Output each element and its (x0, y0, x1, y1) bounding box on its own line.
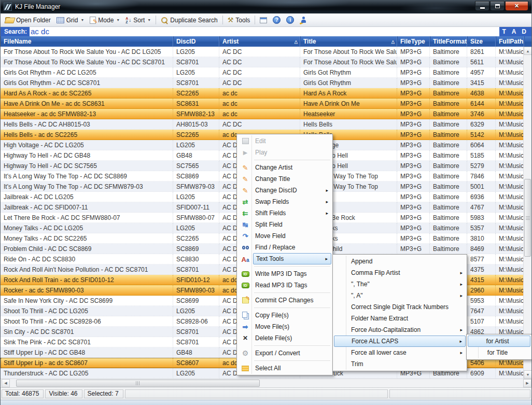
scroll-up-button[interactable]: ▲ (524, 47, 532, 55)
column-header-discid[interactable]: DiscID (173, 36, 219, 47)
maximize-button[interactable] (490, 1, 505, 11)
toolbar-button-grid[interactable]: Grid▼ (54, 16, 87, 25)
column-header-artist[interactable]: Artist△ (219, 36, 300, 47)
cell-filename: Sin City - AC DC SC8701 (1, 327, 173, 337)
horizontal-scrollbar-thumb[interactable] (16, 380, 260, 387)
menu-item-correct-single-digit-track-numbers[interactable]: Correct Single Digit Track Numbers (334, 301, 466, 313)
toolbar-button-help-icon[interactable]: ? (270, 15, 283, 25)
cell-fullpath: M:\Music (496, 130, 524, 140)
menu-item-move-field[interactable]: ↷Move Field (238, 230, 331, 242)
search-input[interactable]: ac dc (30, 27, 531, 36)
cell-discid: LG205 (173, 306, 219, 316)
toolbar-button-open-folder[interactable]: Open Folder (3, 16, 53, 25)
menu-item-find-replace[interactable]: Find / Replace (238, 242, 331, 253)
cell-filename: Hells Bells - ac dc SC2265 (1, 130, 173, 140)
cell-size: 4767 (467, 202, 496, 213)
menu-item-label: Force all lower case (351, 349, 407, 356)
scroll-right-button[interactable]: ▶ (523, 379, 531, 387)
menu-item-for-artist[interactable]: for Artist (468, 336, 530, 347)
menu-item-shift-fields[interactable]: ⇇Shift Fields▸ (238, 207, 331, 219)
menu-item-the[interactable]: ", The"▸ (334, 278, 466, 290)
toolbar-button-info-icon[interactable]: i (284, 15, 297, 25)
toolbar-button-duplicate-search[interactable]: Duplicate Search (158, 16, 220, 25)
toolbar-button-sort[interactable]: AZ↓Sort▼ (123, 16, 153, 25)
pencil-icon: ✎ (240, 162, 251, 173)
cell-titleformat: Baltimore (430, 99, 467, 109)
menu-item-write-mp3-id-tags[interactable]: IDWrite MP3 ID Tags (238, 268, 331, 280)
menu-item-append[interactable]: Append (334, 256, 466, 267)
minimize-button[interactable] (475, 1, 489, 11)
cell-size: 3810 (467, 233, 496, 244)
menu-item-a[interactable]: ", A"▸ (334, 290, 466, 301)
move-file-arrow-icon: ➡ (243, 323, 248, 331)
menu-item-delete-file-s[interactable]: ✕Delete File(s) (238, 332, 331, 344)
column-header-filename[interactable]: FileName (1, 36, 173, 47)
scroll-left-button[interactable]: ◀ (2, 379, 10, 387)
toolbar-button-mode[interactable]: ✎Mode▼ (87, 16, 122, 25)
cell-fullpath: M:\Music (496, 306, 524, 316)
column-header-titleformat[interactable]: TitleFormat (430, 36, 467, 47)
toolbar-button-user-permissions-icon[interactable] (297, 16, 310, 25)
menu-item-folder-name-extract[interactable]: Folder Name Extract (334, 313, 466, 324)
table-row[interactable]: For Those About To Rock We Salute You - … (1, 57, 524, 67)
scroll-down-button[interactable]: ▼ (524, 370, 532, 379)
menu-item-label: Swap Fields (255, 198, 289, 205)
menu-item-move-file-s[interactable]: ➡Move File(s) (238, 321, 331, 332)
cell-filename: Sink The Pink - AC DC SC8701 (1, 337, 173, 347)
menu-item-change-discid[interactable]: ✎Change DiscID▸ (238, 185, 331, 196)
titlebar[interactable]: KJ File Manager ✕ (1, 0, 531, 13)
cell-discid: GB48 (173, 347, 219, 358)
column-header-label: Size (470, 38, 483, 45)
commit-note-icon: ✎ (240, 295, 251, 306)
toolbar-button-properties-icon[interactable] (257, 16, 270, 24)
menu-item-comma-flip-artist[interactable]: Comma Flip Artist▸ (334, 267, 466, 278)
close-button[interactable]: ✕ (505, 1, 528, 11)
table-row[interactable]: Have A Drink On Me - ac dc SC8631SC8631a… (1, 99, 524, 109)
toolbar-label: Mode (98, 17, 114, 24)
column-header-title[interactable]: Title△ (300, 36, 397, 47)
sort-ascending-icon: △ (293, 39, 298, 44)
column-header-fullpath[interactable]: FullPath (496, 36, 524, 47)
table-row[interactable]: Girls Got Rhythm - AC DC LG205LG205AC DC… (1, 67, 524, 78)
menu-item-text-tools[interactable]: AaText Tools▸ (253, 253, 331, 264)
cell-filename: Rock And Roll Train - ac dc SFID010-12 (1, 275, 173, 285)
menu-item-export-convert[interactable]: ⚙Export / Convert (238, 347, 331, 359)
menu-item-change-title[interactable]: ✎Change Title (238, 173, 331, 185)
column-header-size[interactable]: Size (467, 36, 496, 47)
column-header-filetype[interactable]: FileType (397, 36, 430, 47)
cell-filename: Money Talks - AC DC SC2265 (1, 233, 173, 244)
cell-filename: Rocker - ac dc SFMW890-03 (1, 285, 173, 296)
shift-arrows-icon: ⇇ (240, 207, 251, 219)
column-header-label: DiscID (176, 38, 195, 45)
close-icon: ✕ (514, 3, 519, 9)
menu-item-for-title[interactable]: for Title (468, 347, 530, 358)
cell-size: 5279 (467, 161, 496, 171)
menu-item-select-all[interactable]: Select All (238, 362, 331, 374)
menu-item-change-artist[interactable]: ✎Change Artist (238, 162, 331, 173)
menu-item-force-all-caps[interactable]: Force ALL CAPS▸ (334, 336, 466, 347)
table-row[interactable]: Heatseeker - ac dc SFMW882-13SFMW882-13a… (1, 109, 524, 119)
menu-item-copy-file-s[interactable]: Copy File(s) (238, 310, 331, 321)
cell-discid: LG205 (173, 47, 219, 57)
menu-item-label: ", The" (351, 281, 370, 288)
table-row[interactable]: Girls Got Rhythm - AC DC SC8701SC8701AC … (1, 78, 524, 88)
delete-x-icon: ✕ (243, 334, 248, 342)
tools-icon: ⚒ (228, 17, 234, 23)
cell-filename: Jailbreak - AC DC LG205 (1, 192, 173, 202)
cell-fullpath: M:\Music (496, 88, 524, 99)
cell-discid: SFMW879-03 (173, 181, 219, 192)
menu-item-split-field[interactable]: ↹Split Field (238, 219, 331, 230)
menu-separator (254, 160, 330, 160)
table-row[interactable]: Hells Bells - AC DC AH8015-03AH8015-03AC… (1, 119, 524, 130)
menu-item-force-all-lower-case[interactable]: Force all lower case▸ (334, 347, 466, 358)
menu-item-swap-fields[interactable]: ⇄Swap Fields▸ (238, 196, 331, 207)
menu-item-force-auto-capitalization[interactable]: Force Auto-Capitalization▸ (334, 324, 466, 336)
menu-item-trim[interactable]: Trim (334, 358, 466, 370)
tad-buttons[interactable]: T A D (499, 27, 531, 36)
table-row[interactable]: Hard As A Rock - ac dc SC2265SC2265ac dc… (1, 88, 524, 99)
menu-item-commit-cp-changes[interactable]: ✎Commit CP Changes (238, 295, 331, 306)
table-row[interactable]: For Those About To Rock We Salute You - … (1, 47, 524, 57)
toolbar-button-tools[interactable]: ⚒Tools (225, 16, 253, 25)
vertical-scrollbar-thumb[interactable] (524, 179, 531, 257)
menu-item-read-mp3-id-tags[interactable]: IDRead MP3 ID Tags (238, 280, 331, 291)
